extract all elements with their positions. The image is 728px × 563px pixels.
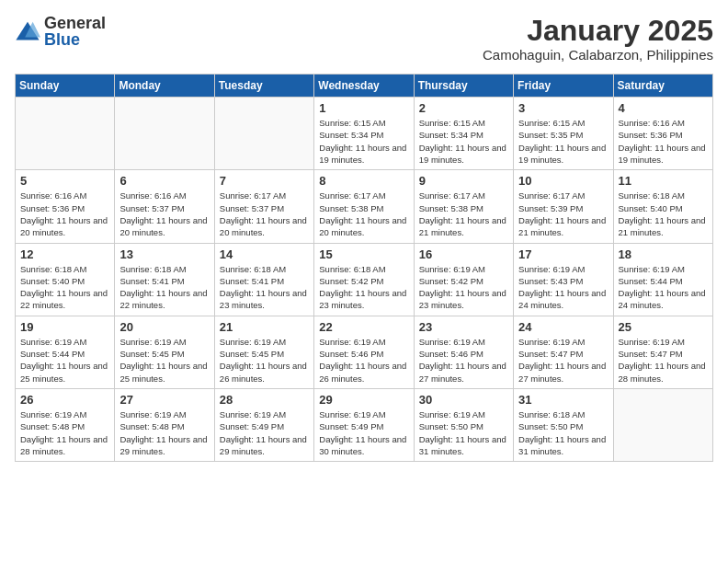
calendar-cell: 30Sunrise: 6:19 AM Sunset: 5:50 PM Dayli…	[414, 388, 513, 461]
day-number: 3	[518, 101, 608, 115]
day-info: Sunrise: 6:18 AM Sunset: 5:42 PM Dayligh…	[319, 263, 408, 312]
calendar-cell: 7Sunrise: 6:17 AM Sunset: 5:37 PM Daylig…	[214, 170, 313, 243]
calendar-cell: 1Sunrise: 6:15 AM Sunset: 5:34 PM Daylig…	[314, 98, 414, 170]
calendar-cell	[613, 388, 712, 461]
calendar-week-row-2: 5Sunrise: 6:16 AM Sunset: 5:36 PM Daylig…	[16, 170, 713, 243]
calendar-cell	[16, 98, 115, 170]
day-number: 27	[119, 393, 209, 407]
calendar-cell: 18Sunrise: 6:19 AM Sunset: 5:44 PM Dayli…	[613, 243, 712, 316]
day-number: 22	[319, 320, 408, 334]
calendar-cell: 27Sunrise: 6:19 AM Sunset: 5:48 PM Dayli…	[115, 388, 214, 461]
calendar-cell: 6Sunrise: 6:16 AM Sunset: 5:37 PM Daylig…	[115, 170, 214, 243]
page-header: General Blue January 2025 Camohaguin, Ca…	[15, 15, 713, 63]
calendar-header-thursday: Thursday	[414, 75, 513, 98]
day-info: Sunrise: 6:19 AM Sunset: 5:49 PM Dayligh…	[220, 408, 309, 457]
day-number: 16	[419, 247, 508, 261]
calendar-cell: 13Sunrise: 6:18 AM Sunset: 5:41 PM Dayli…	[115, 243, 214, 316]
day-number: 29	[319, 393, 408, 407]
day-info: Sunrise: 6:19 AM Sunset: 5:46 PM Dayligh…	[419, 336, 508, 385]
calendar-week-row-1: 1Sunrise: 6:15 AM Sunset: 5:34 PM Daylig…	[16, 98, 713, 170]
calendar-cell: 11Sunrise: 6:18 AM Sunset: 5:40 PM Dayli…	[613, 170, 712, 243]
calendar-cell: 14Sunrise: 6:18 AM Sunset: 5:41 PM Dayli…	[214, 243, 313, 316]
calendar-cell: 9Sunrise: 6:17 AM Sunset: 5:38 PM Daylig…	[414, 170, 513, 243]
calendar-cell: 10Sunrise: 6:17 AM Sunset: 5:39 PM Dayli…	[514, 170, 613, 243]
day-info: Sunrise: 6:15 AM Sunset: 5:34 PM Dayligh…	[419, 117, 508, 166]
day-info: Sunrise: 6:19 AM Sunset: 5:45 PM Dayligh…	[220, 336, 309, 385]
day-info: Sunrise: 6:16 AM Sunset: 5:37 PM Dayligh…	[119, 190, 209, 238]
calendar-cell: 25Sunrise: 6:19 AM Sunset: 5:47 PM Dayli…	[613, 316, 712, 388]
day-number: 30	[419, 393, 508, 407]
day-number: 21	[220, 320, 309, 334]
day-info: Sunrise: 6:19 AM Sunset: 5:48 PM Dayligh…	[119, 408, 209, 457]
logo-icon	[15, 19, 40, 45]
day-info: Sunrise: 6:18 AM Sunset: 5:40 PM Dayligh…	[20, 263, 109, 312]
day-number: 8	[319, 174, 408, 188]
day-info: Sunrise: 6:16 AM Sunset: 5:36 PM Dayligh…	[20, 190, 109, 238]
calendar-week-row-5: 26Sunrise: 6:19 AM Sunset: 5:48 PM Dayli…	[16, 388, 713, 461]
calendar-header-sunday: Sunday	[16, 75, 115, 98]
calendar-cell: 17Sunrise: 6:19 AM Sunset: 5:43 PM Dayli…	[514, 243, 613, 316]
calendar-header-friday: Friday	[514, 75, 613, 98]
day-info: Sunrise: 6:19 AM Sunset: 5:44 PM Dayligh…	[20, 336, 109, 385]
day-number: 24	[518, 320, 608, 334]
day-number: 15	[319, 247, 408, 261]
location-title: Camohaguin, Calabarzon, Philippines	[483, 47, 713, 63]
calendar-header-monday: Monday	[115, 75, 214, 98]
day-info: Sunrise: 6:18 AM Sunset: 5:50 PM Dayligh…	[518, 408, 608, 457]
day-number: 14	[220, 247, 309, 261]
day-info: Sunrise: 6:19 AM Sunset: 5:49 PM Dayligh…	[319, 408, 408, 457]
calendar-cell	[214, 98, 313, 170]
day-number: 1	[319, 101, 408, 115]
day-info: Sunrise: 6:17 AM Sunset: 5:38 PM Dayligh…	[319, 190, 408, 238]
day-number: 20	[119, 320, 209, 334]
day-number: 18	[619, 247, 708, 261]
day-info: Sunrise: 6:19 AM Sunset: 5:47 PM Dayligh…	[518, 336, 608, 385]
day-number: 23	[419, 320, 508, 334]
day-info: Sunrise: 6:15 AM Sunset: 5:34 PM Dayligh…	[319, 117, 408, 166]
calendar-cell: 29Sunrise: 6:19 AM Sunset: 5:49 PM Dayli…	[314, 388, 414, 461]
day-info: Sunrise: 6:18 AM Sunset: 5:40 PM Dayligh…	[619, 190, 708, 238]
day-info: Sunrise: 6:19 AM Sunset: 5:43 PM Dayligh…	[518, 263, 608, 312]
calendar-cell: 12Sunrise: 6:18 AM Sunset: 5:40 PM Dayli…	[16, 243, 115, 316]
day-number: 13	[119, 247, 209, 261]
day-info: Sunrise: 6:19 AM Sunset: 5:48 PM Dayligh…	[20, 408, 109, 457]
day-number: 19	[20, 320, 109, 334]
day-number: 10	[518, 174, 608, 188]
day-info: Sunrise: 6:19 AM Sunset: 5:47 PM Dayligh…	[619, 336, 708, 385]
logo-blue-text: Blue	[44, 30, 80, 49]
calendar-cell: 15Sunrise: 6:18 AM Sunset: 5:42 PM Dayli…	[314, 243, 414, 316]
calendar-header-row: SundayMondayTuesdayWednesdayThursdayFrid…	[16, 75, 713, 98]
calendar-cell: 2Sunrise: 6:15 AM Sunset: 5:34 PM Daylig…	[414, 98, 513, 170]
calendar-cell: 20Sunrise: 6:19 AM Sunset: 5:45 PM Dayli…	[115, 316, 214, 388]
calendar-table: SundayMondayTuesdayWednesdayThursdayFrid…	[15, 74, 713, 462]
day-number: 5	[20, 174, 109, 188]
calendar-cell: 31Sunrise: 6:18 AM Sunset: 5:50 PM Dayli…	[514, 388, 613, 461]
day-number: 31	[518, 393, 608, 407]
calendar-cell: 8Sunrise: 6:17 AM Sunset: 5:38 PM Daylig…	[314, 170, 414, 243]
calendar-cell: 23Sunrise: 6:19 AM Sunset: 5:46 PM Dayli…	[414, 316, 513, 388]
calendar-cell: 16Sunrise: 6:19 AM Sunset: 5:42 PM Dayli…	[414, 243, 513, 316]
calendar-cell: 24Sunrise: 6:19 AM Sunset: 5:47 PM Dayli…	[514, 316, 613, 388]
calendar-header-saturday: Saturday	[613, 75, 712, 98]
calendar-cell: 19Sunrise: 6:19 AM Sunset: 5:44 PM Dayli…	[16, 316, 115, 388]
day-number: 6	[119, 174, 209, 188]
day-info: Sunrise: 6:15 AM Sunset: 5:35 PM Dayligh…	[518, 117, 608, 166]
day-number: 2	[419, 101, 508, 115]
calendar-header-tuesday: Tuesday	[214, 75, 313, 98]
calendar-cell: 22Sunrise: 6:19 AM Sunset: 5:46 PM Dayli…	[314, 316, 414, 388]
calendar-week-row-3: 12Sunrise: 6:18 AM Sunset: 5:40 PM Dayli…	[16, 243, 713, 316]
calendar-cell: 4Sunrise: 6:16 AM Sunset: 5:36 PM Daylig…	[613, 98, 712, 170]
day-info: Sunrise: 6:19 AM Sunset: 5:44 PM Dayligh…	[619, 263, 708, 312]
month-title: January 2025	[483, 15, 713, 47]
calendar-cell: 21Sunrise: 6:19 AM Sunset: 5:45 PM Dayli…	[214, 316, 313, 388]
logo: General Blue	[15, 15, 106, 49]
day-info: Sunrise: 6:19 AM Sunset: 5:42 PM Dayligh…	[419, 263, 508, 312]
calendar-cell: 28Sunrise: 6:19 AM Sunset: 5:49 PM Dayli…	[214, 388, 313, 461]
calendar-cell: 26Sunrise: 6:19 AM Sunset: 5:48 PM Dayli…	[16, 388, 115, 461]
day-info: Sunrise: 6:19 AM Sunset: 5:50 PM Dayligh…	[419, 408, 508, 457]
day-info: Sunrise: 6:16 AM Sunset: 5:36 PM Dayligh…	[619, 117, 708, 166]
day-number: 17	[518, 247, 608, 261]
day-info: Sunrise: 6:18 AM Sunset: 5:41 PM Dayligh…	[220, 263, 309, 312]
logo-general-text: General	[44, 15, 106, 31]
day-info: Sunrise: 6:19 AM Sunset: 5:46 PM Dayligh…	[319, 336, 408, 385]
